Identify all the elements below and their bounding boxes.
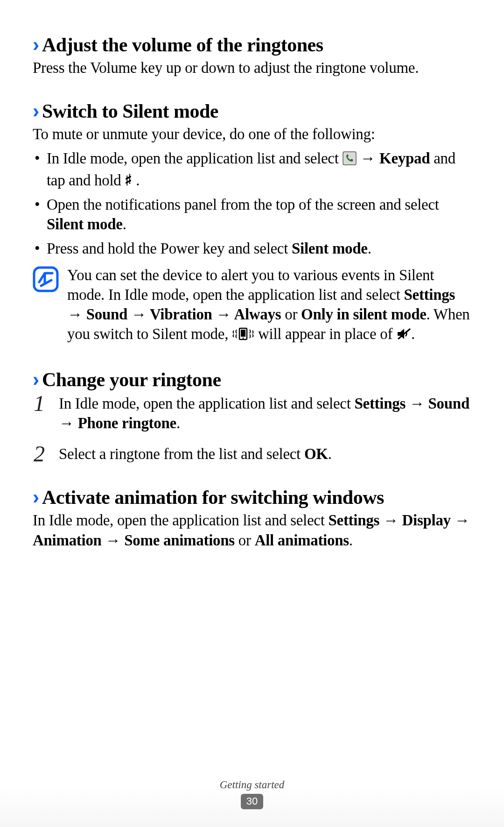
arrow-text: →: [360, 149, 379, 167]
heading-text: Change your ringtone: [42, 369, 221, 390]
text: .: [349, 532, 353, 549]
intro-silent: To mute or unmute your device, do one of…: [33, 124, 471, 144]
text: In Idle mode, open the application list …: [47, 150, 343, 167]
heading-text: Activate animation for switching windows: [42, 487, 384, 508]
svg-point-4: [243, 338, 244, 339]
text: .: [136, 172, 140, 189]
text: Open the notifications panel from the to…: [47, 196, 439, 213]
heading-change-ringtone: ›Change your ringtone: [33, 368, 471, 391]
text: Press and hold the Power key and select: [47, 240, 292, 257]
bold-text: Only in silent mode: [301, 306, 426, 323]
step-text: Select a ringtone from the list and sele…: [59, 444, 471, 464]
bullet-item: Press and hold the Power key and select …: [33, 239, 471, 258]
step-text: In Idle mode, open the application list …: [59, 394, 471, 433]
chapter-name: Getting started: [0, 779, 504, 791]
bold-text: Keypad: [379, 150, 430, 167]
heading-adjust-volume: ›Adjust the volume of the ringtones: [33, 34, 471, 56]
ringtone-steps: In Idle mode, open the application list …: [33, 394, 471, 464]
step-item: Select a ringtone from the list and sele…: [33, 444, 471, 464]
heading-text: Adjust the volume of the ringtones: [42, 34, 323, 56]
hash-icon: ♯: [125, 172, 132, 189]
bold-text: All animations: [255, 532, 349, 549]
text: or: [281, 306, 301, 323]
text: .: [368, 240, 371, 257]
step-item: In Idle mode, open the application list …: [33, 394, 471, 433]
page-footer: Getting started 30: [0, 779, 504, 809]
bullet-item: Open the notifications panel from the to…: [33, 195, 471, 234]
text: .: [411, 325, 415, 342]
svg-rect-3: [241, 330, 245, 337]
text: You can set the device to alert you to v…: [67, 267, 434, 303]
chevron-icon: ›: [33, 34, 37, 56]
text: .: [176, 415, 180, 431]
bold-text: Silent mode: [47, 216, 123, 233]
chevron-icon: ›: [33, 368, 37, 390]
bold-text: Silent mode: [292, 240, 368, 257]
bold-text: OK: [304, 445, 328, 462]
section-silent-mode: ›Switch to Silent mode To mute or unmute…: [33, 100, 471, 346]
text: In Idle mode, open the application list …: [59, 395, 355, 412]
body-animation: In Idle mode, open the application list …: [33, 510, 471, 550]
note-text: You can set the device to alert you to v…: [67, 265, 471, 346]
section-animation: ›Activate animation for switching window…: [33, 486, 471, 550]
phone-app-icon: [343, 150, 357, 170]
chevron-icon: ›: [33, 100, 37, 122]
text: Select a ringtone from the list and sele…: [59, 445, 304, 462]
speaker-mute-icon: [396, 326, 411, 346]
page-number-badge: 30: [241, 794, 263, 809]
chevron-icon: ›: [33, 486, 37, 508]
section-change-ringtone: ›Change your ringtone In Idle mode, open…: [33, 368, 471, 464]
manual-page: ›Adjust the volume of the ringtones Pres…: [0, 0, 504, 827]
bullet-item: In Idle mode, open the application list …: [33, 148, 471, 190]
note-icon: [33, 266, 59, 294]
section-adjust-volume: ›Adjust the volume of the ringtones Pres…: [33, 34, 471, 78]
text: .: [123, 216, 126, 233]
vibrate-phone-icon: [232, 326, 254, 346]
note-block: You can set the device to alert you to v…: [33, 265, 471, 346]
text: or: [235, 532, 255, 549]
body-adjust-volume: Press the Volume key up or down to adjus…: [33, 58, 471, 78]
heading-silent-mode: ›Switch to Silent mode: [33, 100, 471, 122]
svg-rect-0: [343, 152, 356, 165]
heading-text: Switch to Silent mode: [42, 100, 218, 122]
text: In Idle mode, open the application list …: [33, 512, 329, 529]
silent-bullets: In Idle mode, open the application list …: [33, 148, 471, 258]
text: will appear in place of: [258, 325, 396, 342]
heading-animation: ›Activate animation for switching window…: [33, 486, 471, 509]
text: .: [328, 445, 332, 462]
